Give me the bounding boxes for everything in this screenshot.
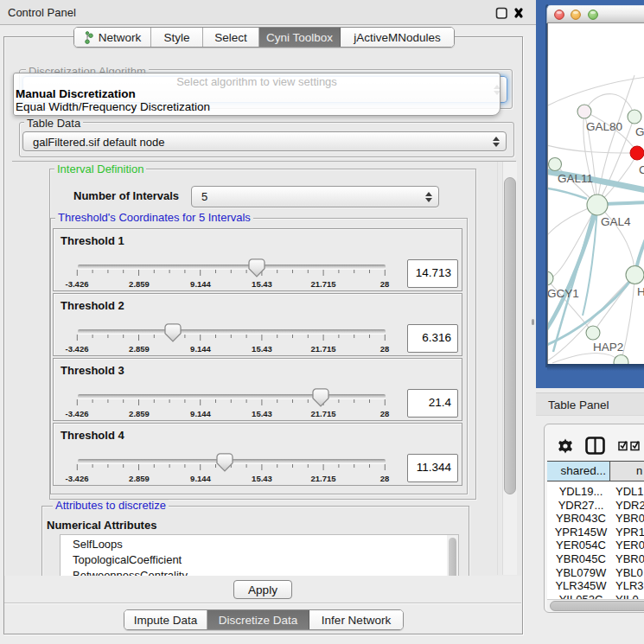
svg-text:GAL11: GAL11 <box>558 172 593 185</box>
svg-text:GCY1: GCY1 <box>548 287 579 300</box>
svg-text:C: C <box>639 163 644 176</box>
svg-text:HAP2: HAP2 <box>593 341 623 354</box>
svg-text:GA: GA <box>635 125 644 138</box>
svg-text:GAL80: GAL80 <box>586 120 622 133</box>
svg-text:H: H <box>637 285 644 298</box>
svg-text:GAL4: GAL4 <box>601 215 631 228</box>
